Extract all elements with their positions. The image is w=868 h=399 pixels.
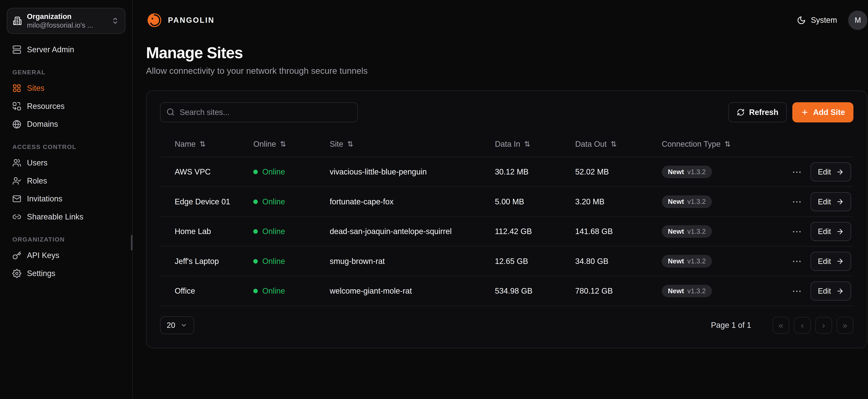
data-in-cell: 534.98 GB <box>495 286 575 296</box>
row-menu-button[interactable]: ⋯ <box>791 195 803 209</box>
refresh-icon <box>737 109 745 116</box>
arrow-right-icon <box>836 257 844 265</box>
table-footer: 20 Page 1 of 1 « ‹ › » <box>160 316 854 334</box>
data-in-cell: 12.65 GB <box>495 257 575 266</box>
main-area: PANGOLIN System M Manage Sites Allow con… <box>133 0 868 399</box>
page-subtitle: Allow connectivity to your network throu… <box>146 66 867 76</box>
online-status-label: Online <box>262 257 285 266</box>
last-page-button[interactable]: » <box>837 317 854 334</box>
site-status-cell: Online <box>253 257 330 266</box>
next-page-button[interactable]: › <box>815 317 832 334</box>
user-avatar[interactable]: M <box>848 10 867 30</box>
site-tunnel-cell: welcome-giant-mole-rat <box>330 286 495 296</box>
data-out-cell: 780.12 GB <box>575 286 661 296</box>
globe-icon <box>12 120 21 129</box>
arrow-right-icon <box>836 168 844 176</box>
site-name-cell: Office <box>175 286 253 296</box>
arrow-right-icon <box>836 287 844 295</box>
sidebar-item-resources[interactable]: Resources <box>7 97 125 115</box>
edit-label: Edit <box>818 197 831 206</box>
sites-table: Name ⇅ Online ⇅ Site ⇅ Data In <box>160 131 854 306</box>
edit-button[interactable]: Edit <box>810 281 851 301</box>
connection-type-badge: Newt v1.3.2 <box>662 195 712 208</box>
brand-link[interactable]: PANGOLIN <box>146 12 215 29</box>
online-status-dot <box>253 170 258 174</box>
search-input[interactable] <box>160 102 358 122</box>
column-header-data-out[interactable]: Data Out ⇅ <box>575 140 661 149</box>
connection-type-cell: Newt v1.3.2 <box>662 285 783 297</box>
site-name-cell: Home Lab <box>175 227 253 236</box>
gear-icon <box>12 269 21 278</box>
column-header-connection-type[interactable]: Connection Type ⇅ <box>662 140 783 149</box>
toolbar-actions: Refresh Add Site <box>728 102 853 122</box>
sidebar-item-api-keys[interactable]: API Keys <box>7 247 125 265</box>
row-menu-button[interactable]: ⋯ <box>791 165 803 179</box>
online-status-label: Online <box>262 167 285 176</box>
column-header-site[interactable]: Site ⇅ <box>330 140 495 149</box>
column-header-name[interactable]: Name ⇅ <box>175 140 253 149</box>
sidebar-item-label: Resources <box>27 102 65 111</box>
connection-type-badge: Newt v1.3.2 <box>662 285 712 297</box>
site-name-cell: AWS VPC <box>175 167 253 176</box>
sidebar-item-server-admin[interactable]: Server Admin <box>7 41 125 59</box>
sidebar-item-label: Settings <box>27 269 55 278</box>
connection-type-cell: Newt v1.3.2 <box>662 195 783 208</box>
sidebar-item-users[interactable]: Users <box>7 154 125 172</box>
search-icon <box>166 108 175 116</box>
brand-wordmark: PANGOLIN <box>168 16 215 25</box>
grid-icon <box>12 84 21 93</box>
sidebar-item-shareable-links[interactable]: Shareable Links <box>7 208 125 226</box>
refresh-button[interactable]: Refresh <box>728 102 786 122</box>
sidebar-item-label: Invitations <box>27 194 62 203</box>
sidebar-scrollbar-thumb[interactable] <box>131 235 133 251</box>
page-size-select[interactable]: 20 <box>160 316 194 334</box>
site-name-cell: Jeff's Laptop <box>175 257 253 266</box>
column-header-online[interactable]: Online ⇅ <box>253 140 330 149</box>
data-in-cell: 5.00 MB <box>495 197 575 206</box>
online-status-dot <box>253 289 258 293</box>
chevrons-up-down-icon <box>111 17 119 25</box>
edit-button[interactable]: Edit <box>810 162 851 181</box>
sidebar-item-roles[interactable]: Roles <box>7 172 125 190</box>
sidebar-item-settings[interactable]: Settings <box>7 265 125 282</box>
edit-button[interactable]: Edit <box>810 222 851 241</box>
column-header-data-in[interactable]: Data In ⇅ <box>495 140 575 149</box>
org-title: Organization <box>27 12 106 21</box>
site-status-cell: Online <box>253 167 330 176</box>
combine-icon <box>12 102 21 111</box>
sidebar-item-invitations[interactable]: Invitations <box>7 190 125 208</box>
edit-label: Edit <box>818 257 831 266</box>
table-row: Jeff's Laptop Online smug-brown-rat 12.6… <box>160 247 854 276</box>
add-site-button[interactable]: Add Site <box>792 102 853 122</box>
edit-button[interactable]: Edit <box>810 192 851 211</box>
key-icon <box>12 251 21 260</box>
prev-page-button[interactable]: ‹ <box>794 317 811 334</box>
plus-icon <box>801 109 809 116</box>
edit-label: Edit <box>818 167 831 176</box>
theme-toggle-button[interactable]: System <box>797 16 837 25</box>
pagination-controls: Page 1 of 1 « ‹ › » <box>711 317 854 334</box>
section-label-general: GENERAL <box>12 69 120 76</box>
add-site-label: Add Site <box>813 108 845 117</box>
online-status-label: Online <box>262 286 285 296</box>
building-icon <box>13 16 22 25</box>
sidebar-item-sites[interactable]: Sites <box>7 79 125 97</box>
pangolin-logo-icon <box>146 12 163 29</box>
org-selector[interactable]: Organization milo@fossorial.io's ... <box>7 8 125 34</box>
first-page-button[interactable]: « <box>773 317 789 334</box>
online-status-dot <box>253 259 258 264</box>
online-status-label: Online <box>262 227 285 236</box>
row-menu-button[interactable]: ⋯ <box>791 284 803 298</box>
sites-card: Refresh Add Site Name <box>146 90 867 348</box>
row-menu-button[interactable]: ⋯ <box>791 224 803 239</box>
row-menu-button[interactable]: ⋯ <box>791 254 803 268</box>
edit-button[interactable]: Edit <box>810 252 851 271</box>
site-tunnel-cell: vivacious-little-blue-penguin <box>330 167 495 176</box>
users-icon <box>12 158 21 167</box>
theme-toggle-label: System <box>811 16 837 25</box>
site-status-cell: Online <box>253 197 330 206</box>
connection-version: v1.3.2 <box>687 287 706 295</box>
sidebar-item-domains[interactable]: Domains <box>7 115 125 133</box>
page-title: Manage Sites <box>146 44 867 62</box>
connection-name: Newt <box>668 287 684 295</box>
